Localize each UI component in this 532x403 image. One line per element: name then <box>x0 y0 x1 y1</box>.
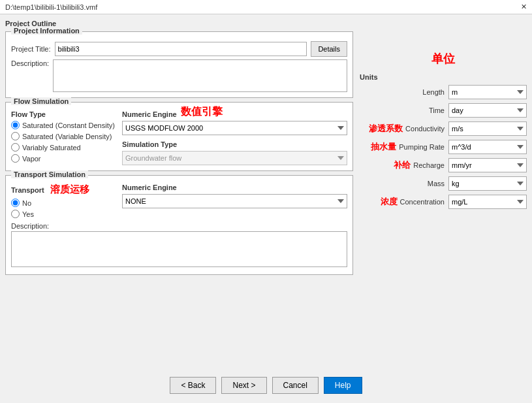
radio-transport-no-label: No <box>22 199 31 207</box>
radio-variably-saturated-input[interactable] <box>11 143 20 152</box>
radio-vapor-label: Vapor <box>22 155 41 163</box>
simulation-type-label: Simulation Type <box>122 140 347 148</box>
cancel-button[interactable]: Cancel <box>272 377 319 394</box>
right-panel: 单位 Units Length m ft Time day hour <box>357 31 527 372</box>
units-concentration-select[interactable]: mg/L <box>448 195 527 209</box>
transport-description-input[interactable] <box>11 231 347 267</box>
radio-saturated-variable-label: Saturated (Variable Density) <box>22 133 112 140</box>
radio-transport-yes-label: Yes <box>22 210 34 218</box>
radio-variably-saturated[interactable]: Variably Saturated <box>11 143 116 152</box>
transport-section: Transport 溶质运移 No Yes <box>11 184 116 218</box>
units-pumping-row: 抽水量 Pumping Rate m^3/d <box>360 140 527 154</box>
back-button[interactable]: < Back <box>170 377 216 394</box>
file-path: D:\temp1\bilibili-1\bilibili3.vmf <box>5 3 97 11</box>
project-title-label: Project Title: <box>11 45 51 53</box>
transport-simulation-group: Transport Simulation Transport 溶质运移 No <box>5 175 353 275</box>
units-annotation: 单位 <box>360 51 527 67</box>
units-time-label: Time <box>383 106 448 114</box>
units-mass-label: Mass <box>383 180 448 187</box>
units-mass-row: Mass kg <box>360 176 527 191</box>
radio-transport-yes-input[interactable] <box>11 210 20 218</box>
radio-saturated-variable[interactable]: Saturated (Variable Density) <box>11 132 116 140</box>
close-icon[interactable]: ✕ <box>521 3 527 11</box>
transport-simulation-title: Transport Simulation <box>11 170 88 178</box>
radio-saturated-constant-input[interactable] <box>11 121 20 129</box>
units-concentration-label: Concentration <box>400 198 445 206</box>
flow-type-label: Flow Type <box>11 110 116 118</box>
radio-transport-yes[interactable]: Yes <box>11 210 116 218</box>
units-panel: 单位 Units Length m ft Time day hour <box>357 31 527 213</box>
simulation-type-select[interactable]: Groundwater flow <box>122 151 347 165</box>
project-title-input[interactable] <box>55 42 307 56</box>
bottom-buttons: < Back Next > Cancel Help <box>5 372 527 396</box>
radio-saturated-constant-label: Saturated (Constant Density) <box>22 121 115 129</box>
radio-variably-saturated-label: Variably Saturated <box>22 144 81 152</box>
transport-description-label: Description: <box>11 222 347 230</box>
annotation-pumping: 抽水量 <box>371 141 396 153</box>
transport-numeric-section: Numeric Engine NONE <box>122 184 347 218</box>
transport-description-section: Description: <box>11 222 347 269</box>
units-conductivity-row: 渗透系数 Conductivity m/s <box>360 121 527 136</box>
units-recharge-label: Recharge <box>413 161 445 169</box>
title-row: Project Title: Details <box>11 41 347 57</box>
description-label: Description: <box>11 59 49 67</box>
annotation-concentration: 浓度 <box>381 196 398 208</box>
units-time-select[interactable]: day hour <box>448 103 527 118</box>
units-pumping-label: Pumping Rate <box>399 143 445 151</box>
units-pumping-select[interactable]: m^3/d <box>448 140 527 154</box>
transport-content: Transport 溶质运移 No Yes <box>11 180 347 218</box>
description-row: Description: <box>11 59 347 92</box>
flow-type-radio-group: Saturated (Constant Density) Saturated (… <box>11 121 116 163</box>
units-recharge-select[interactable]: mm/yr <box>448 158 527 172</box>
project-info-group: Project Information Project Title: Detai… <box>5 31 353 98</box>
annotation-recharge: 补给 <box>394 159 411 171</box>
help-button[interactable]: Help <box>324 377 362 394</box>
content-area: Project Information Project Title: Detai… <box>5 31 527 372</box>
radio-transport-no-input[interactable] <box>11 199 20 207</box>
units-mass-select[interactable]: kg <box>448 176 527 191</box>
annotation-conductivity: 渗透系数 <box>369 123 403 135</box>
transport-numeric-label: Numeric Engine <box>122 184 347 191</box>
window-title: Project Outline <box>5 20 527 27</box>
units-length-label: Length <box>383 88 448 96</box>
units-time-row: Time day hour <box>360 103 527 118</box>
units-conductivity-label: Conductivity <box>405 125 445 133</box>
transport-numeric-select[interactable]: NONE <box>122 194 347 208</box>
next-button[interactable]: Next > <box>221 377 266 394</box>
numeric-engine-select[interactable]: USGS MODFLOW 2000 <box>122 121 347 135</box>
radio-saturated-variable-input[interactable] <box>11 132 20 140</box>
left-panel: Project Information Project Title: Detai… <box>5 31 353 372</box>
transport-radio-group: No Yes <box>11 199 116 218</box>
project-info-title: Project Information <box>11 27 82 35</box>
units-length-select[interactable]: m ft <box>448 85 527 99</box>
title-bar: D:\temp1\bilibili-1\bilibili3.vmf ✕ <box>0 0 532 14</box>
flow-simulation-content: Flow Type Saturated (Constant Density) S… <box>11 106 347 165</box>
numeric-engine-label: Numeric Engine <box>122 110 347 118</box>
flow-simulation-group: Flow Simulation Flow Type Saturated (Con… <box>5 102 353 171</box>
description-input[interactable] <box>53 59 347 92</box>
transport-label: Transport <box>11 186 44 194</box>
radio-vapor[interactable]: Vapor <box>11 154 116 163</box>
flow-simulation-title: Flow Simulation <box>11 97 71 105</box>
flow-type-section: Flow Type Saturated (Constant Density) S… <box>11 110 116 165</box>
units-group-label: Units <box>360 73 527 81</box>
main-window: Project Outline Project Information Proj… <box>0 14 532 402</box>
radio-vapor-input[interactable] <box>11 154 20 163</box>
units-recharge-row: 补给 Recharge mm/yr <box>360 158 527 172</box>
annotation-numeric-engine: 数值引擎 <box>181 105 223 119</box>
simulation-type-row: Simulation Type Groundwater flow <box>122 140 347 165</box>
project-info-content: Project Title: Details Description: <box>11 36 347 92</box>
annotation-transport: 溶质运移 <box>50 184 89 195</box>
units-length-row: Length m ft <box>360 85 527 99</box>
radio-saturated-constant[interactable]: Saturated (Constant Density) <box>11 121 116 129</box>
units-concentration-row: 浓度 Concentration mg/L <box>360 195 527 209</box>
details-button[interactable]: Details <box>311 41 347 57</box>
units-conductivity-select[interactable]: m/s <box>448 121 527 136</box>
numeric-engine-section: Numeric Engine 数值引擎 USGS MODFLOW 2000 Si… <box>122 110 347 165</box>
radio-transport-no[interactable]: No <box>11 199 116 207</box>
